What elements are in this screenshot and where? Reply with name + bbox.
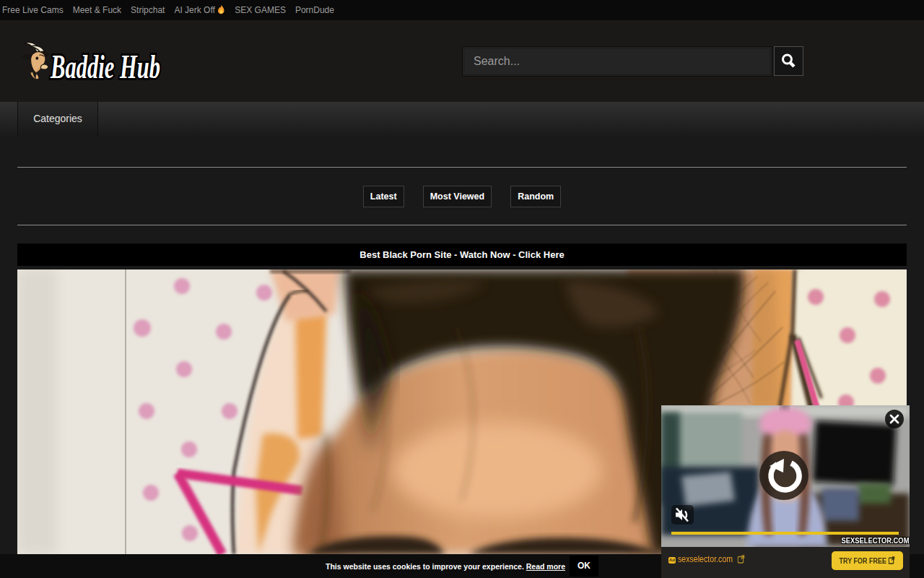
svg-text:Baddie Hub: Baddie Hub <box>50 48 160 85</box>
